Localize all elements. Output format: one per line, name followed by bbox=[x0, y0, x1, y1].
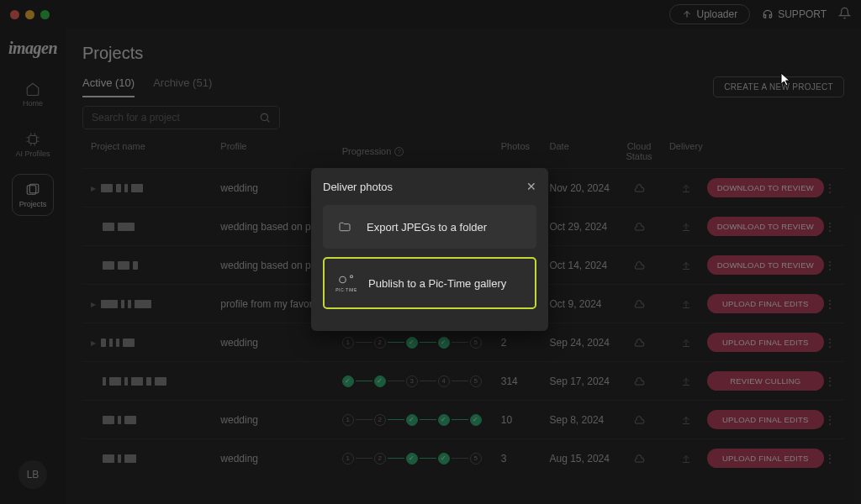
deliver-photos-modal: Deliver photos ✕ Export JPEGs to a folde… bbox=[311, 168, 548, 331]
modal-title: Deliver photos bbox=[323, 181, 393, 193]
publish-pictime-option[interactable]: PIC·TIME Publish to a Pic-Time gallery bbox=[323, 257, 536, 309]
svg-point-4 bbox=[340, 276, 346, 283]
svg-point-5 bbox=[351, 276, 353, 278]
export-jpegs-option[interactable]: Export JPEGs to a folder bbox=[323, 205, 536, 249]
close-icon[interactable]: ✕ bbox=[526, 180, 536, 193]
export-option-label: Export JPEGs to a folder bbox=[367, 221, 487, 234]
pictime-option-label: Publish to a Pic-Time gallery bbox=[368, 277, 506, 290]
folder-icon bbox=[335, 220, 355, 234]
pictime-icon: PIC·TIME bbox=[336, 274, 357, 292]
